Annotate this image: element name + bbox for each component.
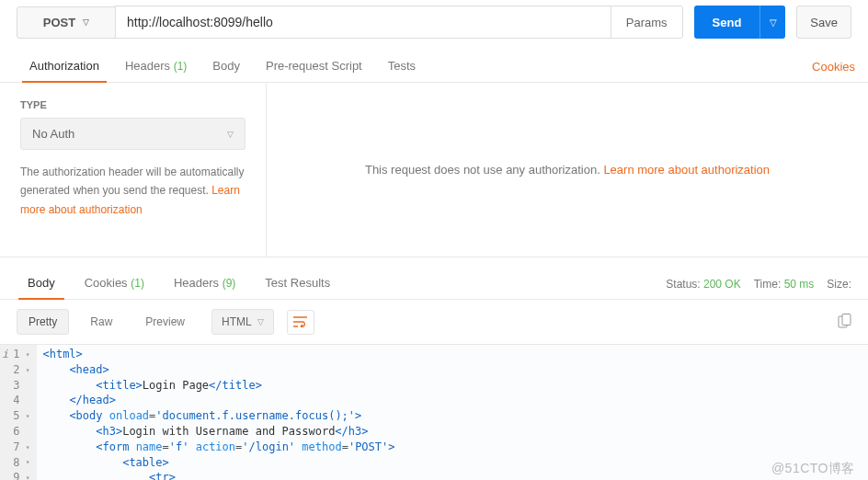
resp-tab-body[interactable]: Body bbox=[17, 269, 66, 299]
chevron-down-icon: ▽ bbox=[83, 17, 89, 27]
auth-message: This request does not use any authorizat… bbox=[267, 83, 868, 257]
auth-help-text: The authorization header will be automat… bbox=[20, 163, 246, 219]
params-button[interactable]: Params bbox=[611, 6, 683, 39]
cookies-link[interactable]: Cookies bbox=[812, 60, 855, 74]
auth-type-select[interactable]: No Auth ▽ bbox=[20, 118, 246, 150]
chevron-down-icon: ▽ bbox=[227, 130, 234, 139]
view-raw-button[interactable]: Raw bbox=[78, 309, 124, 335]
http-method-select[interactable]: POST ▽ bbox=[17, 6, 116, 39]
view-pretty-button[interactable]: Pretty bbox=[17, 309, 69, 335]
auth-type-value: No Auth bbox=[32, 127, 74, 141]
size-label: Size: bbox=[827, 278, 851, 291]
wrap-toggle-button[interactable] bbox=[287, 310, 314, 335]
url-input[interactable] bbox=[115, 6, 611, 39]
copy-icon bbox=[838, 314, 851, 328]
response-body-code[interactable]: i1▾2▾345▾67▾8▾9▾1011 <html> <head> <titl… bbox=[0, 345, 868, 480]
chevron-down-icon: ▽ bbox=[257, 317, 264, 326]
send-dropdown-button[interactable]: ▽ bbox=[760, 6, 785, 39]
view-preview-button[interactable]: Preview bbox=[133, 309, 197, 335]
send-button[interactable]: Send bbox=[694, 6, 760, 39]
resp-tab-test-results[interactable]: Test Results bbox=[254, 269, 341, 299]
tab-authorization[interactable]: Authorization bbox=[17, 51, 112, 82]
copy-button[interactable] bbox=[838, 314, 851, 331]
chevron-down-icon: ▽ bbox=[770, 17, 777, 28]
time-label: Time: 50 ms bbox=[754, 278, 815, 291]
resp-tab-cookies[interactable]: Cookies (1) bbox=[74, 269, 155, 299]
tab-headers[interactable]: Headers (1) bbox=[112, 51, 200, 82]
wrap-icon bbox=[293, 316, 307, 327]
tab-tests[interactable]: Tests bbox=[375, 51, 428, 82]
tab-pre-request[interactable]: Pre-request Script bbox=[253, 51, 375, 82]
http-method-value: POST bbox=[43, 16, 75, 29]
status-label: Status: 200 OK bbox=[666, 278, 740, 291]
save-button[interactable]: Save bbox=[796, 6, 851, 39]
language-select[interactable]: HTML ▽ bbox=[211, 309, 274, 335]
svg-rect-1 bbox=[842, 314, 851, 325]
tab-body[interactable]: Body bbox=[200, 51, 253, 82]
auth-type-label: TYPE bbox=[20, 99, 246, 110]
auth-learn-more-link-right[interactable]: Learn more about authorization bbox=[603, 163, 770, 177]
watermark: @51CTO博客 bbox=[771, 461, 855, 477]
resp-tab-headers[interactable]: Headers (9) bbox=[163, 269, 246, 299]
